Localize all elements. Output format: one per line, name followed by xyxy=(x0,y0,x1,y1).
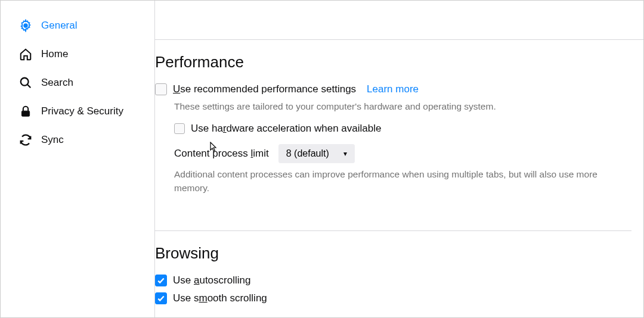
divider xyxy=(155,230,631,231)
content-limit-label: Content process limit xyxy=(174,148,269,160)
sidebar-item-label: Search xyxy=(41,77,73,89)
autoscrolling-label: Use autoscrolling xyxy=(173,275,250,286)
smooth-scrolling-checkbox[interactable] xyxy=(155,292,167,304)
hw-accel-checkbox[interactable] xyxy=(174,123,185,134)
use-recommended-checkbox[interactable] xyxy=(155,83,167,95)
sidebar-item-label: General xyxy=(41,20,77,32)
main-content: Performance Use recommended performance … xyxy=(155,1,643,317)
home-icon xyxy=(18,47,33,61)
search-icon xyxy=(18,76,33,90)
browsing-heading: Browsing xyxy=(155,244,631,263)
use-recommended-label: Use recommended performance settings xyxy=(173,83,356,95)
sidebar: General Home Search Privacy & Security xyxy=(1,1,155,317)
hw-accel-label: Use hardware acceleration when available xyxy=(191,123,381,135)
sidebar-item-label: Privacy & Security xyxy=(41,105,123,117)
sidebar-item-general[interactable]: General xyxy=(1,11,154,40)
chevron-down-icon: ▾ xyxy=(343,149,347,158)
lock-icon xyxy=(18,104,33,119)
smooth-scrolling-label: Use smooth scrolling xyxy=(173,292,267,304)
svg-rect-3 xyxy=(21,111,29,116)
learn-more-link[interactable]: Learn more xyxy=(367,83,419,95)
sidebar-item-label: Sync xyxy=(41,134,64,146)
sidebar-item-sync[interactable]: Sync xyxy=(1,126,154,154)
sidebar-item-privacy[interactable]: Privacy & Security xyxy=(1,97,154,126)
content-limit-select[interactable]: 8 (default) ▾ xyxy=(278,144,355,163)
svg-point-0 xyxy=(24,24,27,27)
gear-icon xyxy=(18,18,33,33)
performance-helper-2: Additional content processes can improve… xyxy=(174,168,615,195)
performance-heading: Performance xyxy=(155,53,631,71)
divider xyxy=(155,39,643,40)
autoscrolling-checkbox[interactable] xyxy=(155,275,167,286)
sidebar-item-home[interactable]: Home xyxy=(1,40,154,68)
sidebar-item-search[interactable]: Search xyxy=(1,68,154,97)
svg-point-1 xyxy=(21,78,29,86)
svg-line-2 xyxy=(27,85,31,88)
sync-icon xyxy=(18,133,33,147)
performance-helper-1: These settings are tailored to your comp… xyxy=(174,100,631,113)
select-value: 8 (default) xyxy=(286,148,329,159)
sidebar-item-label: Home xyxy=(41,48,68,60)
